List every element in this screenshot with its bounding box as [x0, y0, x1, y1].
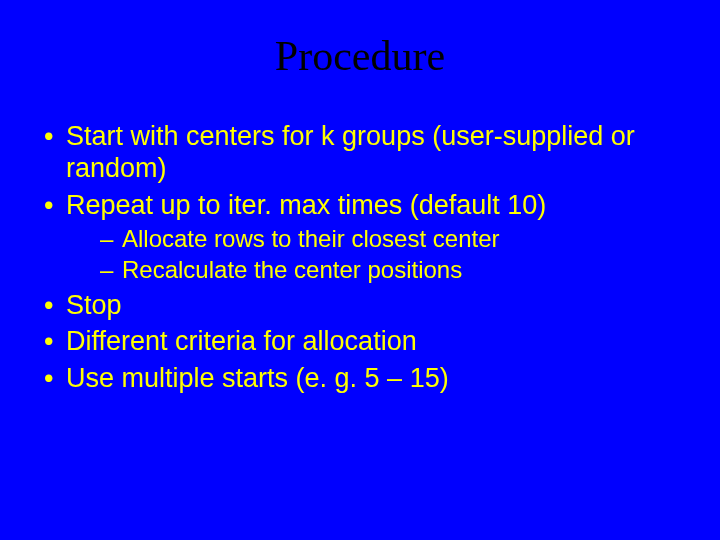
- sub-bullet-item: Allocate rows to their closest center: [66, 225, 684, 254]
- sub-bullet-list: Allocate rows to their closest center Re…: [66, 225, 684, 285]
- bullet-text: Use multiple starts (e. g. 5 – 15): [66, 363, 449, 393]
- bullet-text: Repeat up to iter. max times (default 10…: [66, 190, 546, 220]
- sub-bullet-text: Allocate rows to their closest center: [122, 225, 500, 252]
- bullet-list: Start with centers for k groups (user-su…: [36, 120, 684, 394]
- bullet-item: Use multiple starts (e. g. 5 – 15): [36, 362, 684, 394]
- sub-bullet-text: Recalculate the center positions: [122, 256, 462, 283]
- slide-body: Start with centers for k groups (user-su…: [36, 120, 684, 394]
- bullet-item: Different criteria for allocation: [36, 325, 684, 357]
- bullet-text: Start with centers for k groups (user-su…: [66, 121, 635, 183]
- bullet-text: Stop: [66, 290, 122, 320]
- slide: Procedure Start with centers for k group…: [0, 0, 720, 540]
- bullet-item: Repeat up to iter. max times (default 10…: [36, 189, 684, 285]
- bullet-text: Different criteria for allocation: [66, 326, 417, 356]
- slide-title: Procedure: [36, 32, 684, 80]
- bullet-item: Stop: [36, 289, 684, 321]
- bullet-item: Start with centers for k groups (user-su…: [36, 120, 684, 185]
- sub-bullet-item: Recalculate the center positions: [66, 256, 684, 285]
